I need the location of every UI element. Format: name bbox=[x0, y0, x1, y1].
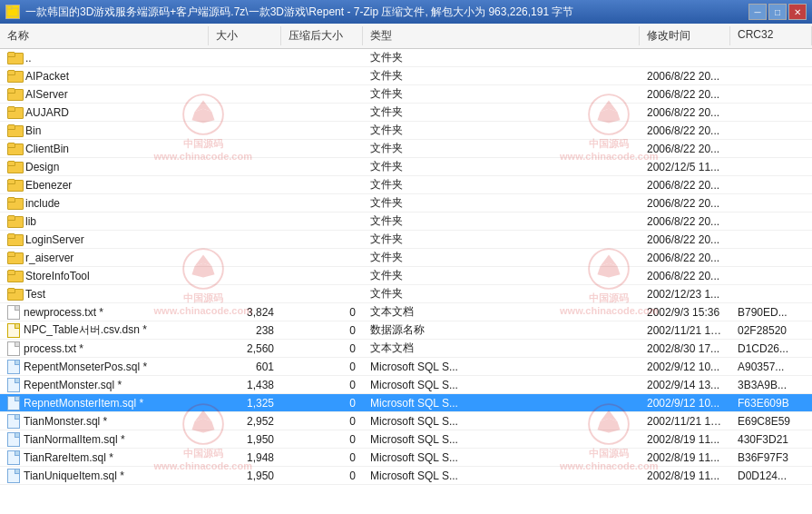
table-row[interactable]: process.txt * 2,560 0 文本文档 2002/8/30 17.… bbox=[0, 340, 812, 358]
table-row[interactable]: RepentMonster.sql * 1,438 0 Microsoft SQ… bbox=[0, 376, 812, 394]
table-row[interactable]: StoreInfoTool 文件夹 2006/8/22 20... bbox=[0, 267, 812, 285]
table-row[interactable]: TianRareItem.sql * 1,948 0 Microsoft SQL… bbox=[0, 449, 812, 467]
table-row[interactable]: .. 文件夹 bbox=[0, 49, 812, 67]
cell-modified: 2002/8/19 11... bbox=[640, 432, 730, 447]
table-row[interactable]: include 文件夹 2006/8/22 20... bbox=[0, 194, 812, 213]
sql-file-icon bbox=[7, 450, 20, 465]
col-name[interactable]: 名称 bbox=[0, 26, 209, 45]
cell-name: TianRareItem.sql * bbox=[0, 450, 209, 466]
cell-crc bbox=[730, 112, 812, 114]
table-row[interactable]: AUJARD 文件夹 2006/8/22 20... bbox=[0, 104, 812, 122]
cell-name: AIServer bbox=[0, 87, 209, 102]
table-row[interactable]: TianMonster.sql * 2,952 0 Microsoft SQL … bbox=[0, 412, 812, 430]
cell-size bbox=[209, 203, 281, 204]
cell-name: RepentMonster.sql * bbox=[0, 377, 209, 393]
table-row[interactable]: Bin 文件夹 2006/8/22 20... bbox=[0, 122, 812, 140]
cell-name: Design bbox=[0, 160, 209, 174]
close-button[interactable]: ✕ bbox=[788, 4, 807, 20]
cell-modified: 2002/9/12 10... bbox=[640, 360, 730, 374]
cell-size bbox=[209, 239, 281, 241]
filename: LoginServer bbox=[25, 233, 84, 246]
cell-size bbox=[209, 57, 281, 59]
file-table[interactable]: .. 文件夹 AIPacket 文件夹 2006/8/22 20... AISe… bbox=[0, 49, 812, 485]
cell-type: 文件夹 bbox=[363, 231, 640, 248]
cell-compressed bbox=[281, 166, 363, 168]
table-row[interactable]: Test 文件夹 2002/12/23 1... bbox=[0, 285, 812, 303]
filename: RepentMonseterPos.sql * bbox=[24, 361, 147, 373]
maximize-button[interactable]: □ bbox=[768, 4, 787, 20]
window-controls: ─ □ ✕ bbox=[748, 4, 807, 20]
cell-modified: 2006/8/22 20... bbox=[640, 124, 730, 138]
cell-crc bbox=[730, 166, 812, 168]
col-size[interactable]: 大小 bbox=[209, 26, 281, 45]
table-row[interactable]: RepnetMonsterItem.sql * 1,325 0 Microsof… bbox=[0, 394, 812, 412]
table-row[interactable]: NPC_Table서버.csv.dsn * 238 0 数据源名称 2002/1… bbox=[0, 321, 812, 340]
cell-name: TianUniqueItem.sql * bbox=[0, 468, 209, 484]
cell-compressed: 0 bbox=[281, 323, 363, 338]
cell-name: r_aiserver bbox=[0, 251, 209, 265]
cell-modified: 2002/8/30 17... bbox=[640, 341, 730, 356]
table-row[interactable]: newprocess.txt * 3,824 0 文本文档 2002/9/3 1… bbox=[0, 303, 812, 321]
cell-modified: 2006/8/22 20... bbox=[640, 269, 730, 283]
table-row[interactable]: TianNormalItem.sql * 1,950 0 Microsoft S… bbox=[0, 430, 812, 449]
dsn-file-icon bbox=[7, 323, 20, 338]
minimize-button[interactable]: ─ bbox=[748, 4, 767, 20]
cell-modified: 2002/12/5 11... bbox=[640, 160, 730, 174]
filename: AIPacket bbox=[25, 70, 69, 83]
table-row[interactable]: Design 文件夹 2002/12/5 11... bbox=[0, 158, 812, 176]
filename: TianNormalItem.sql * bbox=[24, 433, 125, 446]
table-row[interactable]: AIServer 文件夹 2006/8/22 20... bbox=[0, 85, 812, 104]
cell-compressed bbox=[281, 184, 363, 186]
cell-crc bbox=[730, 275, 812, 277]
cell-type: 文件夹 bbox=[363, 158, 640, 175]
table-row[interactable]: AIPacket 文件夹 2006/8/22 20... bbox=[0, 67, 812, 85]
folder-icon bbox=[7, 88, 22, 101]
table-row[interactable]: lib 文件夹 2006/8/22 20... bbox=[0, 213, 812, 231]
cell-size: 1,950 bbox=[209, 469, 281, 483]
cell-compressed bbox=[281, 239, 363, 241]
cell-modified: 2002/9/12 10... bbox=[640, 396, 730, 410]
cell-type: Microsoft SQL S... bbox=[363, 450, 640, 465]
cell-modified: 2006/8/22 20... bbox=[640, 232, 730, 247]
svg-rect-0 bbox=[7, 8, 18, 16]
cell-type: 文件夹 bbox=[363, 104, 640, 121]
cell-modified: 2002/12/23 1... bbox=[640, 287, 730, 301]
cell-name: lib bbox=[0, 214, 209, 229]
cell-modified: 2006/8/22 20... bbox=[640, 87, 730, 102]
filename: process.txt * bbox=[24, 342, 83, 355]
cell-size: 1,438 bbox=[209, 378, 281, 392]
table-row[interactable]: Ebenezer 文件夹 2006/8/22 20... bbox=[0, 176, 812, 194]
cell-name: StoreInfoTool bbox=[0, 269, 209, 283]
col-type[interactable]: 类型 bbox=[363, 26, 640, 45]
cell-name: TianNormalItem.sql * bbox=[0, 431, 209, 448]
cell-crc: E69C8E59 bbox=[730, 414, 812, 429]
cell-crc bbox=[730, 75, 812, 77]
cell-compressed bbox=[281, 112, 363, 114]
table-row[interactable]: TianUniqueItem.sql * 1,950 0 Microsoft S… bbox=[0, 467, 812, 485]
col-modified[interactable]: 修改时间 bbox=[640, 26, 730, 45]
table-row[interactable]: LoginServer 文件夹 2006/8/22 20... bbox=[0, 231, 812, 249]
cell-modified: 2006/8/22 20... bbox=[640, 142, 730, 156]
folder-icon bbox=[7, 270, 22, 282]
cell-size: 2,560 bbox=[209, 341, 281, 356]
cell-crc bbox=[730, 293, 812, 295]
table-row[interactable]: ClientBin 文件夹 2006/8/22 20... bbox=[0, 140, 812, 158]
txt-file-icon bbox=[7, 341, 20, 356]
folder-icon bbox=[7, 288, 22, 301]
sql-file-icon bbox=[7, 378, 20, 392]
cell-type: Microsoft SQL S... bbox=[363, 414, 640, 429]
folder-icon bbox=[7, 179, 22, 192]
cell-compressed: 0 bbox=[281, 305, 363, 320]
cell-compressed bbox=[281, 57, 363, 59]
col-crc[interactable]: CRC32 bbox=[730, 26, 812, 45]
table-row[interactable]: r_aiserver 文件夹 2006/8/22 20... bbox=[0, 249, 812, 267]
cell-type: 文件夹 bbox=[363, 176, 640, 193]
cell-size bbox=[209, 112, 281, 114]
col-compressed[interactable]: 压缩后大小 bbox=[281, 26, 363, 45]
filename: Ebenezer bbox=[25, 179, 72, 192]
cell-modified: 2006/8/22 20... bbox=[640, 178, 730, 193]
app-icon bbox=[5, 5, 20, 19]
cell-modified: 2006/8/22 20... bbox=[640, 196, 730, 211]
cell-modified: 2002/9/14 13... bbox=[640, 378, 730, 392]
table-row[interactable]: RepentMonseterPos.sql * 601 0 Microsoft … bbox=[0, 358, 812, 376]
